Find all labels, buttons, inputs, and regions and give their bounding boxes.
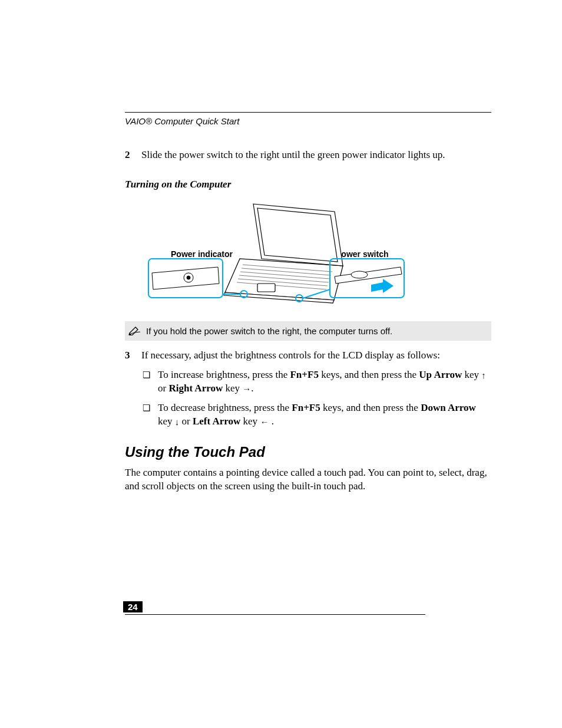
bullet-text-part: key bbox=[223, 383, 242, 394]
figure-caption: Turning on the Computer bbox=[125, 179, 491, 190]
bullet-list: ❏ To increase brightness, press the Fn+F… bbox=[143, 368, 491, 429]
pencil-icon bbox=[128, 325, 141, 337]
svg-point-13 bbox=[351, 271, 368, 278]
document-page: VAIO® Computer Quick Start 2 Slide the p… bbox=[0, 0, 562, 728]
right-arrow-icon: → bbox=[242, 383, 251, 395]
bullet-text-part: . bbox=[251, 383, 253, 394]
bullet-text-part: keys, and then press the bbox=[319, 369, 419, 380]
bullet-icon: ❏ bbox=[143, 369, 150, 381]
step-row: 2 Slide the power switch to the right un… bbox=[125, 149, 491, 162]
key-name: Down Arrow bbox=[421, 402, 476, 413]
bullet-text-part: or bbox=[179, 416, 193, 427]
note-box: If you hold the power switch to the righ… bbox=[125, 321, 491, 341]
page-number: 24 bbox=[123, 601, 143, 612]
section-heading: Using the Touch Pad bbox=[125, 444, 491, 460]
svg-rect-6 bbox=[257, 284, 275, 292]
bullet-text-part: key bbox=[158, 416, 175, 427]
bullet-text-part: key bbox=[462, 369, 481, 380]
list-item: ❏ To increase brightness, press the Fn+F… bbox=[143, 368, 491, 396]
key-name: Right Arrow bbox=[168, 383, 223, 394]
key-name: Fn+F5 bbox=[290, 369, 318, 380]
step-number: 3 bbox=[125, 349, 141, 363]
step-text: If necessary, adjust the brightness cont… bbox=[141, 349, 491, 363]
bullet-icon: ❏ bbox=[143, 402, 150, 414]
bullet-text-part: key bbox=[240, 416, 260, 427]
key-name: Up Arrow bbox=[419, 369, 462, 380]
step-text: Slide the power switch to the right unti… bbox=[141, 149, 491, 162]
bullet-text-part: . bbox=[269, 416, 274, 427]
bullet-text-part: To increase brightness, press the bbox=[158, 369, 290, 380]
note-text: If you hold the power switch to the righ… bbox=[146, 326, 392, 336]
figure: Power indicator Power switch bbox=[125, 195, 491, 313]
svg-point-9 bbox=[187, 276, 190, 279]
bullet-text-part: To decrease brightness, press the bbox=[158, 402, 292, 413]
step-number: 2 bbox=[125, 149, 141, 162]
page-footer: 24 bbox=[125, 614, 425, 615]
step-row: 3 If necessary, adjust the brightness co… bbox=[125, 349, 491, 363]
key-name: Left Arrow bbox=[193, 416, 240, 427]
bullet-text-part: or bbox=[158, 383, 168, 394]
bullet-text-part: keys, and then press the bbox=[320, 402, 421, 413]
list-item: ❏ To decrease brightness, press the Fn+F… bbox=[143, 401, 491, 429]
section-paragraph: The computer contains a pointing device … bbox=[125, 466, 491, 493]
left-arrow-icon: ← bbox=[260, 416, 269, 428]
up-arrow-icon: ↑ bbox=[481, 370, 486, 381]
footer-rule bbox=[125, 614, 425, 615]
key-name: Fn+F5 bbox=[292, 402, 320, 413]
running-header: VAIO® Computer Quick Start bbox=[125, 116, 491, 126]
header-rule bbox=[125, 112, 491, 113]
laptop-illustration bbox=[125, 195, 425, 313]
